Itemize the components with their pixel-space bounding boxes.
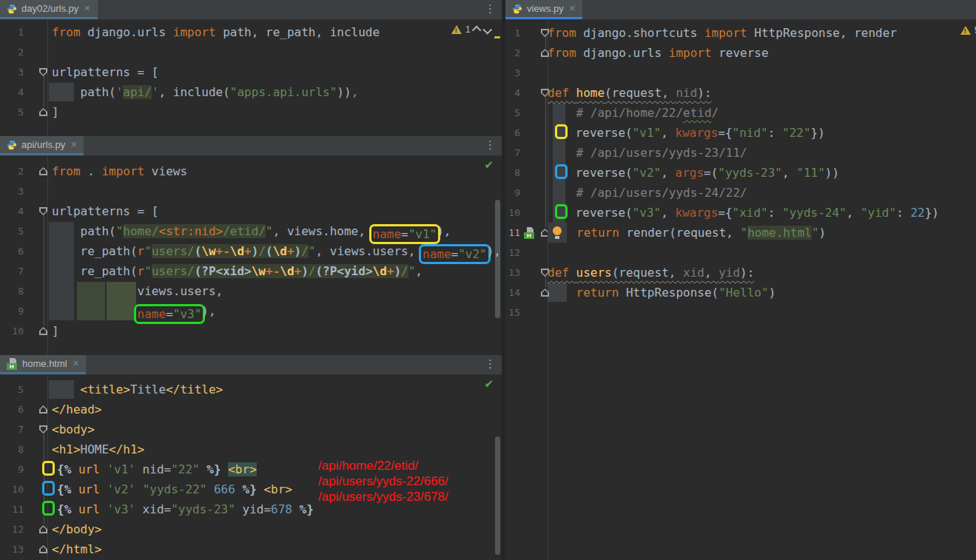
code-line[interactable]: 10] xyxy=(0,321,502,341)
line-number[interactable]: 2 xyxy=(514,43,520,63)
code-text[interactable]: from django.urls import reverse xyxy=(548,43,976,63)
code-text[interactable]: </head> xyxy=(47,399,502,419)
line-number[interactable]: 5 xyxy=(18,102,24,122)
code-line[interactable]: 7 re_path(r"users/(?P<xid>\w+-\d+)/(?P<y… xyxy=(0,261,502,281)
line-number[interactable]: 11 xyxy=(508,223,520,243)
line-number[interactable]: 12 xyxy=(508,243,520,263)
code-text[interactable]: # /api/users/yyds-23/11/ xyxy=(548,143,976,163)
line-number[interactable]: 9 xyxy=(514,183,520,203)
line-number[interactable]: 2 xyxy=(18,161,24,181)
code-text[interactable]: <body> xyxy=(47,419,502,439)
line-number[interactable]: 15 xyxy=(508,303,520,323)
code-line[interactable]: 14 return HttpResponse("Hello") xyxy=(505,283,976,303)
code-line[interactable]: 4urlpatterns = [ xyxy=(0,201,502,221)
kebab-menu-icon[interactable]: ⋮ xyxy=(485,358,496,371)
close-icon[interactable]: ✕ xyxy=(569,4,576,13)
fold-marker[interactable] xyxy=(39,425,47,434)
code-line[interactable]: 2from django.urls import reverse xyxy=(505,43,976,63)
line-number[interactable]: 11 xyxy=(12,499,24,519)
code-text[interactable]: return render(request, "home.html") xyxy=(548,223,976,243)
code-text[interactable]: from django.shortcuts import HttpRespons… xyxy=(548,23,976,43)
pane-divider[interactable] xyxy=(502,0,505,560)
code-text[interactable]: def home(request, nid): xyxy=(548,83,976,103)
line-number[interactable]: 5 xyxy=(18,379,24,399)
code-line[interactable]: 12</body> xyxy=(0,519,502,539)
line-number[interactable]: 5 xyxy=(18,221,24,241)
code-text[interactable]: re_path(r"users/(\w+-\d+)/(\d+)/", views… xyxy=(47,241,502,261)
code-text[interactable]: views.users, xyxy=(47,281,502,301)
fold-marker[interactable] xyxy=(39,525,47,533)
fold-marker[interactable] xyxy=(39,545,47,553)
code-text[interactable]: reverse("v2", args=("yyds-23", "11")) xyxy=(548,163,976,183)
tab-day02-urls[interactable]: day02/urls.py ✕ xyxy=(0,0,98,19)
line-number[interactable]: 2 xyxy=(18,42,24,62)
line-number[interactable]: 10 xyxy=(12,321,24,341)
code-line[interactable]: 6</head> xyxy=(0,399,502,419)
code-text[interactable]: path("home/<str:nid>/etid/", views.home,… xyxy=(47,221,502,241)
code-text[interactable]: from . import views xyxy=(47,161,502,181)
code-line[interactable]: 2from . import views xyxy=(0,161,502,181)
html-file-gutter-icon[interactable] xyxy=(524,227,536,239)
tab-views[interactable]: views.py ✕ xyxy=(505,0,582,19)
code-text[interactable]: # /api/home/22/etid/ xyxy=(548,103,976,123)
code-line[interactable]: 6 reverse("v1", kwargs={"nid": "22"}) xyxy=(505,123,976,143)
tab-home-html[interactable]: home.html ✕ xyxy=(0,355,86,374)
code-line[interactable]: 8 views.users, xyxy=(0,281,502,301)
code-line[interactable]: 8<h1>HOME</h1> xyxy=(0,439,502,459)
code-line[interactable]: 1from django.urls import path, re_path, … xyxy=(0,22,502,42)
code-text[interactable]: </body> xyxy=(47,519,502,539)
code-text[interactable]: return HttpResponse("Hello") xyxy=(548,283,976,303)
code-text[interactable]: reverse("v1", kwargs={"nid": "22"}) xyxy=(548,123,976,143)
line-number[interactable]: 4 xyxy=(514,83,520,103)
line-number[interactable]: 9 xyxy=(18,459,24,479)
code-text[interactable] xyxy=(47,181,502,201)
code-text[interactable]: urlpatterns = [ xyxy=(47,62,502,82)
code-text[interactable]: def users(request, xid, yid): xyxy=(548,263,976,283)
code-line[interactable]: 4def home(request, nid): xyxy=(505,83,976,103)
line-number[interactable]: 8 xyxy=(18,281,24,301)
code-line[interactable]: 9 name="v3"), xyxy=(0,301,502,321)
code-text[interactable]: urlpatterns = [ xyxy=(47,201,502,221)
code-editor[interactable]: ! 5 1from django.shortcuts import HttpRe… xyxy=(505,19,976,560)
code-line[interactable]: 7<body> xyxy=(0,419,502,439)
fold-marker[interactable] xyxy=(39,68,47,76)
code-line[interactable]: 3 xyxy=(505,63,976,83)
line-number[interactable]: 10 xyxy=(12,479,24,499)
close-icon[interactable]: ✕ xyxy=(84,4,90,13)
line-number[interactable]: 4 xyxy=(18,82,24,102)
code-text[interactable] xyxy=(548,63,976,83)
code-text[interactable]: <title>Title</title> xyxy=(47,379,502,399)
tab-api-urls[interactable]: api/urls.py ✕ xyxy=(0,136,84,155)
code-line[interactable]: 15 xyxy=(505,303,976,323)
code-line[interactable]: 5] xyxy=(0,102,502,122)
close-icon[interactable]: ✕ xyxy=(70,140,77,149)
code-text[interactable] xyxy=(548,243,976,263)
line-number[interactable]: 13 xyxy=(508,263,520,283)
line-number[interactable]: 1 xyxy=(514,23,520,43)
code-line[interactable]: 2 xyxy=(0,42,502,62)
line-number[interactable]: 10 xyxy=(508,203,520,223)
code-line[interactable]: 10 reverse("v3", kwargs={"xid": "yyds-24… xyxy=(505,203,976,223)
code-line[interactable]: 8 reverse("v2", args=("yyds-23", "11")) xyxy=(505,163,976,183)
line-number[interactable]: 5 xyxy=(514,103,520,123)
code-text[interactable]: ] xyxy=(47,321,502,341)
code-line[interactable]: 3 xyxy=(0,181,502,201)
line-number[interactable]: 4 xyxy=(18,201,24,221)
close-icon[interactable]: ✕ xyxy=(73,359,79,368)
fold-marker[interactable] xyxy=(39,207,47,215)
code-text[interactable]: path('api/', include("apps.api.urls")), xyxy=(47,82,502,102)
line-number[interactable]: 1 xyxy=(18,22,24,42)
code-line[interactable]: 12 xyxy=(505,243,976,263)
kebab-menu-icon[interactable]: ⋮ xyxy=(485,139,496,152)
line-number[interactable]: 3 xyxy=(18,62,24,82)
code-line[interactable]: 5 <title>Title</title> xyxy=(0,379,502,399)
code-line[interactable]: 1from django.shortcuts import HttpRespon… xyxy=(505,23,976,43)
line-number[interactable]: 14 xyxy=(508,283,520,303)
code-line[interactable]: 11return render(request, "home.html") xyxy=(505,223,976,243)
code-editor[interactable]: ✔ 5 <title>Title</title>6</head>7<body>8… xyxy=(0,374,502,560)
line-number[interactable]: 8 xyxy=(514,163,520,183)
fold-marker[interactable] xyxy=(39,167,47,175)
code-text[interactable] xyxy=(548,303,976,323)
code-line[interactable]: 9 # /api/users/yyds-24/22/ xyxy=(505,183,976,203)
line-number[interactable]: 13 xyxy=(12,539,24,559)
